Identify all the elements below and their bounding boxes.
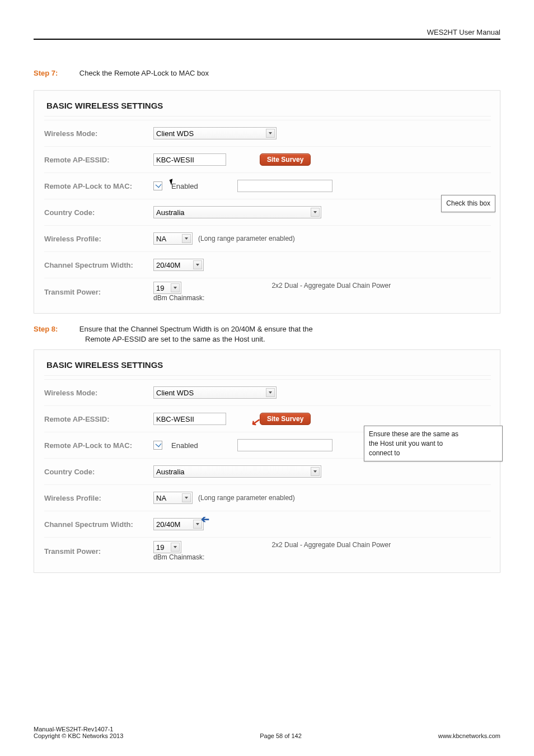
chevron-down-icon [266, 388, 275, 397]
label-lock-mac: Remote AP-Lock to MAC: [44, 182, 153, 190]
chevron-down-icon [171, 283, 180, 292]
select-country[interactable]: Australia [153, 206, 321, 218]
select2-power-value: 19 [156, 543, 164, 552]
input-remote-essid[interactable]: KBC-WESII [153, 153, 226, 166]
label2-power: Transmit Power: [44, 547, 153, 556]
select2-wireless-mode[interactable]: Client WDS [153, 386, 277, 399]
chevron-down-icon [193, 260, 202, 269]
row-power: Transmit Power: 19 dBm Chainmask: 2x2 Du… [44, 278, 491, 305]
step-7-label: Step 7: [34, 69, 58, 77]
select2-width[interactable]: 20/40M [153, 518, 204, 530]
label2-wireless-mode: Wireless Mode: [44, 389, 153, 397]
select-power-value: 19 [156, 284, 164, 292]
row-remote-essid: Remote AP-ESSID: KBC-WESII Site Survey [44, 146, 491, 172]
site-survey-label: Site Survey [267, 156, 303, 164]
select2-country-value: Australia [156, 468, 185, 476]
footer-line2: Copyright © KBC Networks 2013 [34, 732, 123, 739]
chevron-down-icon [193, 520, 202, 529]
panel-step8: BASIC WIRELESS SETTINGS Wireless Mode: C… [34, 349, 500, 573]
panel1-title: BASIC WIRELESS SETTINGS [44, 97, 491, 116]
select2-profile[interactable]: NA [153, 492, 193, 504]
callout-same-as: Ensure these are the same as the Host un… [364, 426, 503, 461]
step-8-line2: Remote AP-ESSID are set to the same as t… [85, 335, 265, 343]
label-profile: Wireless Profile: [44, 235, 153, 243]
select-wireless-mode-value: Client WDS [156, 129, 194, 138]
row-width: Channel Spectrum Width: 20/40M [44, 251, 491, 278]
callout-same-l3: connect to [369, 449, 400, 457]
label-power: Transmit Power: [44, 288, 153, 296]
label-remote-essid: Remote AP-ESSID: [44, 156, 153, 164]
select-width-value: 20/40M [156, 261, 180, 269]
input2-remote-essid-value: KBC-WESII [156, 415, 194, 423]
chevron-down-icon [171, 543, 180, 552]
select-country-value: Australia [156, 208, 185, 217]
profile2-note: (Long range parameter enabled) [198, 494, 295, 502]
panel-step7: BASIC WIRELESS SETTINGS Wireless Mode: C… [34, 90, 500, 314]
power2-right-text: 2x2 Dual - Aggregate Dual Chain Power [271, 541, 391, 549]
checkbox-lock-mac[interactable] [153, 181, 162, 190]
row-country: Country Code: Australia [44, 199, 491, 225]
chevron-down-icon [182, 493, 191, 502]
row2-power: Transmit Power: 19 dBm Chainmask: 2x2 Du… [44, 537, 491, 564]
panel2-title: BASIC WIRELESS SETTINGS [44, 357, 491, 376]
site-survey-label-2: Site Survey [267, 415, 303, 423]
label-country: Country Code: [44, 208, 153, 217]
step-7-text: Check the Remote AP-Lock to MAC box [79, 69, 209, 77]
label2-profile: Wireless Profile: [44, 494, 153, 502]
chevron-down-icon [266, 129, 275, 138]
row2-wireless-mode: Wireless Mode: Client WDS [44, 379, 491, 405]
row-lock-mac: Remote AP-Lock to MAC: Enabled [44, 172, 491, 199]
dbm2-label: dBm Chainmask: [153, 553, 204, 561]
select2-profile-value: NA [156, 494, 166, 502]
checkbox2-lock-mac-label: Enabled [171, 441, 198, 450]
label2-country: Country Code: [44, 468, 153, 476]
checkbox2-lock-mac[interactable] [153, 441, 162, 450]
input-remote-essid-value: KBC-WESII [156, 156, 194, 164]
footer: Manual-WES2HT-Rev1407-1 Copyright © KBC … [34, 726, 500, 739]
header-product: WES2HT User Manual [34, 28, 500, 40]
row-wireless-mode: Wireless Mode: Client WDS [44, 120, 491, 146]
site-survey-button[interactable]: Site Survey [260, 153, 311, 166]
power-right-text: 2x2 Dual - Aggregate Dual Chain Power [271, 282, 391, 290]
callout-same-l2: the Host unit you want to [369, 440, 443, 447]
label-width: Channel Spectrum Width: [44, 261, 153, 269]
footer-right: www.kbcnetworks.com [438, 732, 500, 739]
step-8: Step 8: Ensure that the Channel Spectrum… [34, 324, 500, 344]
select2-country[interactable]: Australia [153, 465, 321, 478]
input2-lock-mac[interactable] [237, 439, 332, 451]
chevron-down-icon [311, 467, 320, 476]
row2-width: Channel Spectrum Width: 20/40M ➔ [44, 511, 491, 537]
callout-same-l1: Ensure these are the same as [369, 430, 458, 438]
select-wireless-mode[interactable]: Client WDS [153, 127, 277, 139]
select2-width-value: 20/40M [156, 520, 180, 529]
label2-remote-essid: Remote AP-ESSID: [44, 415, 153, 423]
callout-check-box-text: Check this box [446, 199, 490, 207]
select-width[interactable]: 20/40M [153, 259, 204, 271]
callout-check-box: Check this box [441, 195, 495, 212]
select2-power[interactable]: 19 [153, 541, 181, 553]
profile-note: (Long range parameter enabled) [198, 235, 295, 242]
input2-remote-essid[interactable]: KBC-WESII [153, 413, 226, 425]
row2-profile: Wireless Profile: NA (Long range paramet… [44, 484, 491, 511]
chevron-down-icon [311, 208, 320, 217]
row2-country: Country Code: Australia [44, 458, 491, 484]
select2-wireless-mode-value: Client WDS [156, 389, 194, 397]
site-survey-button-2[interactable]: Site Survey [260, 413, 311, 425]
select-power[interactable]: 19 [153, 282, 181, 294]
step-8-line1: Ensure that the Channel Spectrum Width i… [79, 325, 313, 333]
footer-line1: Manual-WES2HT-Rev1407-1 [34, 726, 123, 732]
step-7: Step 7: Check the Remote AP-Lock to MAC … [34, 68, 500, 78]
row-profile: Wireless Profile: NA (Long range paramet… [44, 225, 491, 251]
footer-center: Page 58 of 142 [260, 732, 302, 739]
label2-lock-mac: Remote AP-Lock to MAC: [44, 441, 153, 450]
select-profile[interactable]: NA [153, 232, 193, 245]
label-wireless-mode: Wireless Mode: [44, 129, 153, 138]
dbm-label: dBm Chainmask: [153, 294, 204, 302]
label2-width: Channel Spectrum Width: [44, 520, 153, 529]
step-8-label: Step 8: [34, 325, 58, 333]
input-lock-mac[interactable] [237, 180, 332, 192]
chevron-down-icon [182, 234, 191, 243]
select-profile-value: NA [156, 235, 166, 243]
